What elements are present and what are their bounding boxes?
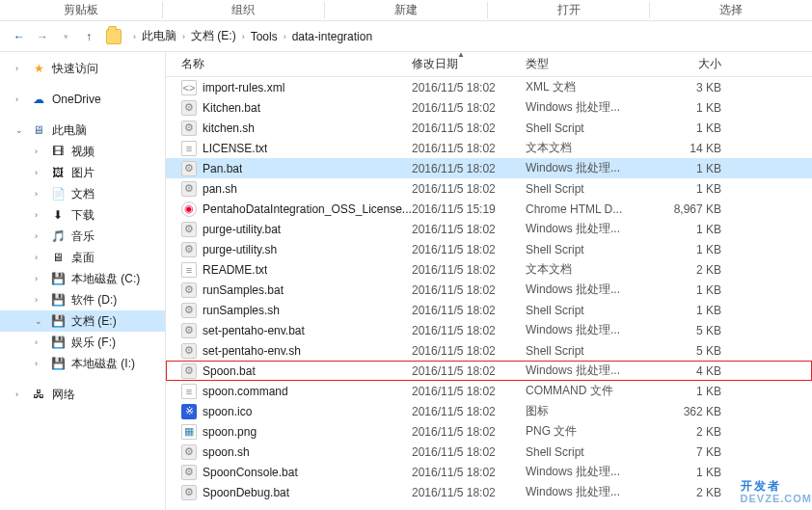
sidebar-item-drive[interactable]: ›💾本地磁盘 (I:) bbox=[0, 353, 165, 374]
breadcrumb-item[interactable]: Tools bbox=[251, 30, 278, 43]
file-date: 2016/11/5 18:02 bbox=[412, 121, 526, 135]
sidebar-item-label: 音乐 bbox=[71, 228, 95, 245]
sidebar-item-pictures[interactable]: ›🖼图片 bbox=[0, 162, 165, 183]
file-size: 362 KB bbox=[656, 405, 733, 418]
file-row[interactable]: ⚙set-pentaho-env.sh2016/11/5 18:02Shell … bbox=[166, 340, 812, 361]
sidebar-onedrive[interactable]: › ☁ OneDrive bbox=[0, 89, 165, 110]
ribbon-group-clipboard[interactable]: 剪贴板 bbox=[0, 0, 162, 20]
file-size: 1 KB bbox=[656, 304, 733, 317]
sidebar-item-label: 快速访问 bbox=[52, 61, 98, 77]
ribbon-group-select[interactable]: 选择 bbox=[650, 0, 812, 20]
file-row[interactable]: ⚙Kitchen.bat2016/11/5 18:02Windows 批处理..… bbox=[166, 97, 812, 118]
file-type: Shell Script bbox=[526, 121, 656, 135]
file-type: PNG 文件 bbox=[526, 423, 656, 440]
file-size: 3 KB bbox=[656, 81, 733, 94]
file-name: LICENSE.txt bbox=[203, 142, 267, 155]
ribbon-group-organize[interactable]: 组织 bbox=[163, 0, 325, 20]
sidebar-item-label: 此电脑 bbox=[52, 122, 87, 139]
file-name: import-rules.xml bbox=[203, 81, 284, 94]
nav-back-button[interactable]: ← bbox=[8, 25, 31, 48]
chevron-right-icon: › bbox=[35, 147, 44, 156]
chevron-right-icon: › bbox=[35, 295, 44, 305]
file-row[interactable]: ⚙pan.sh2016/11/5 18:02Shell Script1 KB bbox=[166, 178, 812, 199]
column-header-size[interactable]: 大小 bbox=[656, 56, 733, 72]
nav-forward-button[interactable]: → bbox=[31, 25, 54, 48]
sidebar-item-video[interactable]: ›🎞视频 bbox=[0, 141, 165, 162]
file-row[interactable]: ⚙runSamples.bat2016/11/5 18:02Windows 批处… bbox=[166, 280, 812, 300]
file-name: Kitchen.bat bbox=[203, 101, 260, 115]
column-header-date[interactable]: 修改日期 bbox=[412, 56, 526, 72]
sidebar-network[interactable]: › 🖧 网络 bbox=[0, 384, 165, 405]
sidebar-item-music[interactable]: ›🎵音乐 bbox=[0, 226, 165, 247]
sidebar-item-drive[interactable]: ›💾软件 (D:) bbox=[0, 289, 165, 310]
sidebar-item-desktop[interactable]: ›🖥桌面 bbox=[0, 247, 165, 268]
file-type: Windows 批处理... bbox=[526, 160, 656, 176]
sidebar-item-drive[interactable]: ›💾本地磁盘 (C:) bbox=[0, 268, 165, 289]
sidebar-item-label: 软件 (D:) bbox=[71, 292, 117, 309]
file-type: Chrome HTML D... bbox=[526, 202, 656, 216]
file-size: 1 KB bbox=[656, 385, 733, 398]
file-size: 7 KB bbox=[656, 445, 733, 459]
music-icon: 🎵 bbox=[50, 228, 66, 244]
file-icon: ⚙ bbox=[181, 181, 197, 197]
file-icon: ◉ bbox=[181, 201, 197, 217]
file-row[interactable]: ※spoon.ico2016/11/5 18:02图标362 KB bbox=[166, 401, 812, 421]
file-row[interactable]: ⚙runSamples.sh2016/11/5 18:02Shell Scrip… bbox=[166, 300, 812, 320]
file-row[interactable]: ≡spoon.command2016/11/5 18:02COMMAND 文件1… bbox=[166, 381, 812, 401]
file-row[interactable]: ⚙kitchen.sh2016/11/5 18:02Shell Script1 … bbox=[166, 118, 812, 138]
file-size: 2 KB bbox=[656, 263, 733, 277]
file-row[interactable]: ◉PentahoDataIntegration_OSS_License...20… bbox=[166, 199, 812, 219]
file-date: 2016/11/5 18:02 bbox=[412, 486, 526, 499]
file-row[interactable]: <>import-rules.xml2016/11/5 18:02XML 文档3… bbox=[166, 77, 812, 97]
ribbon-group-new[interactable]: 新建 bbox=[325, 0, 487, 20]
breadcrumb-root[interactable]: 此电脑 bbox=[142, 28, 176, 44]
chevron-right-icon: › bbox=[15, 389, 25, 399]
file-name: pan.sh bbox=[203, 182, 237, 196]
file-name: runSamples.sh bbox=[203, 304, 280, 317]
file-size: 2 KB bbox=[656, 486, 733, 499]
file-size: 5 KB bbox=[656, 324, 733, 337]
file-date: 2016/11/5 18:02 bbox=[412, 182, 526, 196]
desktop-icon: 🖥 bbox=[50, 250, 66, 265]
file-row[interactable]: ⚙SpoonConsole.bat2016/11/5 18:02Windows … bbox=[166, 462, 812, 482]
nav-recent-button[interactable]: ▾ bbox=[54, 25, 77, 48]
file-size: 1 KB bbox=[656, 121, 733, 135]
file-row[interactable]: ⚙set-pentaho-env.bat2016/11/5 18:02Windo… bbox=[166, 320, 812, 340]
breadcrumb-item[interactable]: data-integration bbox=[292, 30, 372, 43]
column-header-name[interactable]: 名称 bbox=[166, 56, 412, 72]
breadcrumb[interactable]: › 此电脑 › 文档 (E:) › Tools › data-integrati… bbox=[106, 28, 372, 44]
breadcrumb-item[interactable]: 文档 (E:) bbox=[191, 28, 236, 44]
file-row[interactable]: ⚙Spoon.bat2016/11/5 18:02Windows 批处理...4… bbox=[166, 361, 812, 381]
nav-up-button[interactable]: ↑ bbox=[77, 25, 100, 48]
chevron-right-icon: › bbox=[15, 94, 25, 104]
file-type: 图标 bbox=[526, 403, 656, 419]
ribbon-group-open[interactable]: 打开 bbox=[488, 0, 650, 20]
chevron-right-icon: › bbox=[35, 231, 44, 241]
sidebar-item-documents[interactable]: ›📄文档 bbox=[0, 183, 165, 204]
file-row[interactable]: ⚙SpoonDebug.bat2016/11/5 18:02Windows 批处… bbox=[166, 482, 812, 502]
file-name: spoon.png bbox=[203, 425, 257, 439]
file-type: Shell Script bbox=[526, 243, 656, 256]
file-name: runSamples.bat bbox=[203, 283, 284, 297]
sidebar-item-downloads[interactable]: ›⬇下载 bbox=[0, 204, 165, 226]
file-row[interactable]: ⚙purge-utility.sh2016/11/5 18:02Shell Sc… bbox=[166, 239, 812, 259]
file-size: 1 KB bbox=[656, 466, 733, 479]
sidebar-item-drive[interactable]: ›💾娱乐 (F:) bbox=[0, 332, 165, 353]
sidebar-item-drive[interactable]: ⌄💾文档 (E:) bbox=[0, 310, 165, 332]
file-date: 2016/11/5 18:02 bbox=[412, 223, 526, 236]
column-header-type[interactable]: 类型 bbox=[526, 56, 656, 72]
file-row[interactable]: ≡LICENSE.txt2016/11/5 18:02文本文档14 KB bbox=[166, 138, 812, 158]
file-icon: ⚙ bbox=[181, 444, 197, 460]
file-date: 2016/11/5 18:02 bbox=[412, 263, 526, 277]
sidebar-this-pc[interactable]: ⌄ 🖥 此电脑 bbox=[0, 120, 165, 141]
file-row[interactable]: ⚙purge-utility.bat2016/11/5 18:02Windows… bbox=[166, 219, 812, 239]
sidebar-quick-access[interactable]: › ★ 快速访问 bbox=[0, 58, 165, 79]
pictures-icon: 🖼 bbox=[50, 165, 66, 180]
file-row[interactable]: ⚙spoon.sh2016/11/5 18:02Shell Script7 KB bbox=[166, 442, 812, 462]
file-row[interactable]: ⚙Pan.bat2016/11/5 18:02Windows 批处理...1 K… bbox=[166, 158, 812, 178]
star-icon: ★ bbox=[31, 61, 46, 76]
file-row[interactable]: ▦spoon.png2016/11/5 18:02PNG 文件2 KB bbox=[166, 421, 812, 442]
drive-icon: 💾 bbox=[50, 313, 66, 329]
file-row[interactable]: ≡README.txt2016/11/5 18:02文本文档2 KB bbox=[166, 259, 812, 280]
file-type: Shell Script bbox=[526, 304, 656, 317]
